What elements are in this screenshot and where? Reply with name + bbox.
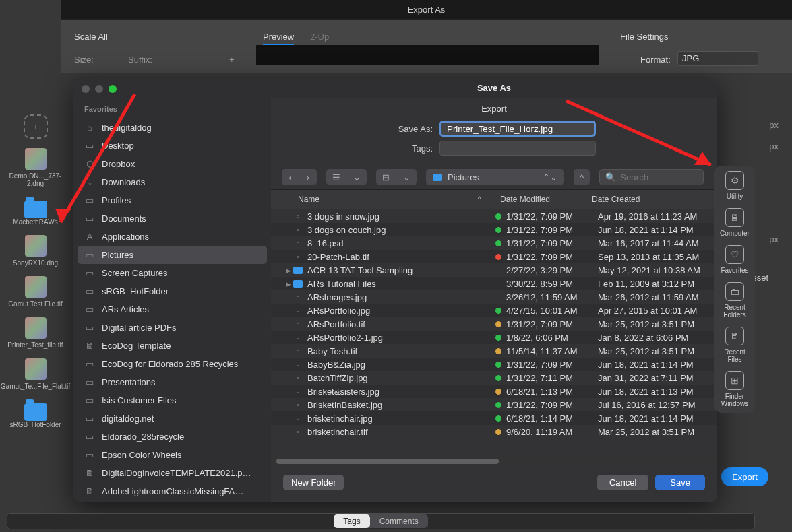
save-button[interactable]: Save — [655, 475, 705, 490]
file-name: BabyB&Zia.jpg — [305, 360, 490, 370]
export-section-label: Export — [271, 98, 717, 115]
df-item[interactable]: ⊞Finder Windows — [714, 371, 755, 407]
horizontal-scrollbar[interactable] — [271, 457, 717, 465]
sidebar-item[interactable]: ▭Digital article PDFs — [73, 319, 271, 337]
desktop-item[interactable]: Demo DN..._737-2.dng — [2, 148, 69, 187]
sidebar-item[interactable]: ⌂thedigitaldog — [73, 119, 271, 137]
file-row[interactable]: ▫BabyB&Zia.jpg1/31/22, 7:09 PMJun 18, 20… — [271, 358, 717, 371]
date-modified: 2/27/22, 3:29 PM — [506, 265, 598, 275]
resize-grip-icon[interactable]: ⌄ — [271, 496, 717, 502]
desktop-item[interactable]: + — [2, 114, 69, 139]
sidebar-item[interactable]: ▭Documents — [73, 209, 271, 228]
file-row[interactable]: ▫Baby Tosh.tif11/5/14, 11:37 AMMar 25, 2… — [271, 344, 717, 358]
grid-view-icon[interactable]: ⊞ — [376, 169, 396, 185]
sidebar-item[interactable]: ▭Epson Color Wheels — [73, 446, 271, 464]
col-date-modified[interactable]: Date Modified — [493, 190, 585, 209]
desktop-item[interactable]: sRGB_HotFolder — [2, 399, 69, 428]
tags-tab[interactable]: Tags — [334, 514, 369, 528]
sidebar-item[interactable]: 🗎EcoDog Template — [73, 337, 271, 355]
col-date-created[interactable]: Date Created — [585, 190, 717, 209]
desktop-item[interactable]: SonyRX10.dng — [2, 235, 69, 267]
df-item-icon: 🖥 — [725, 208, 744, 227]
sidebar-item[interactable]: ▭Presentations — [73, 373, 271, 391]
grid-view-chevron-icon[interactable]: ⌄ — [396, 169, 417, 185]
file-row[interactable]: ▫ARsPortfolio.jpg4/27/15, 10:01 AMApr 27… — [271, 304, 717, 317]
file-row[interactable]: ▫8_16.psd1/31/22, 7:09 PMMar 16, 2017 at… — [271, 236, 717, 250]
search-field[interactable]: 🔍 — [599, 169, 704, 185]
df-item[interactable]: 🖥Computer — [717, 208, 752, 237]
sidebar-item[interactable]: ▭Isis Customer Files — [73, 391, 271, 409]
two-up-tab[interactable]: 2-Up — [310, 32, 329, 42]
file-row[interactable]: ▫3 dogs on couch.jpg1/31/22, 7:09 PMJun … — [271, 223, 717, 236]
date-modified: 1/31/22, 7:09 PM — [506, 319, 598, 329]
close-window-icon[interactable] — [82, 85, 90, 93]
df-item[interactable]: ⚙Utility — [723, 171, 747, 200]
desktop-item[interactable]: Gamut Test File.tif — [2, 276, 69, 308]
cancel-button[interactable]: Cancel — [597, 475, 648, 490]
filename-input[interactable] — [439, 121, 596, 137]
df-item-icon: ♡ — [725, 245, 744, 264]
list-view-icon[interactable]: ☰ — [326, 169, 346, 185]
sidebar-item[interactable]: AApplications — [73, 228, 271, 246]
df-item[interactable]: ♡Favorites — [718, 245, 751, 274]
search-input[interactable] — [620, 172, 698, 182]
sidebar-item[interactable]: ▭Pictures — [78, 246, 267, 264]
desktop-item-label: Demo DN..._737-2.dng — [2, 172, 69, 187]
sidebar-item[interactable]: ⬡Dropbox — [73, 155, 271, 173]
desktop-item[interactable]: Gamut_Te...File_Flat.tif — [2, 358, 69, 390]
disclosure-icon[interactable]: ▸ — [284, 279, 291, 289]
collapse-button[interactable]: ^ — [574, 169, 590, 185]
file-row[interactable]: ▫ARsPortfolio.tif1/31/22, 7:09 PMMar 25,… — [271, 317, 717, 331]
desktop-item[interactable]: MacbethRAWs — [2, 197, 69, 226]
desktop-item-label: Gamut_Te...File_Flat.tif — [1, 383, 70, 390]
col-name[interactable]: Name^ — [271, 190, 493, 209]
file-row[interactable]: ▸ACR 13 TAT Tool Sampling2/27/22, 3:29 P… — [271, 263, 717, 277]
disclosure-icon[interactable]: ▸ — [284, 265, 291, 275]
sidebar-item-label: Screen Captures — [102, 268, 168, 278]
date-modified: 4/27/15, 10:01 AM — [506, 306, 598, 316]
comments-tab[interactable]: Comments — [370, 514, 428, 528]
tag-dot — [490, 321, 506, 327]
zoom-window-icon[interactable] — [109, 85, 117, 93]
export-button[interactable]: Export — [721, 467, 768, 486]
file-row[interactable]: ▫ARsPortfolio2-1.jpg1/8/22, 6:06 PMJan 8… — [271, 331, 717, 344]
date-created: Jun 18, 2021 at 1:14 PM — [598, 360, 717, 370]
df-item[interactable]: 🗎Recent Files — [714, 327, 755, 363]
sidebar-item[interactable]: 🗎AdobeLightroomClassicMissingFA… — [73, 482, 271, 500]
file-row[interactable]: ▫brisketinchair.jpg6/18/21, 1:14 PMJun 1… — [271, 411, 717, 425]
sidebar-item[interactable]: ▭Eldorado_285recycle — [73, 428, 271, 446]
new-folder-button[interactable]: New Folder — [283, 475, 344, 490]
sidebar-item[interactable]: ▭Screen Captures — [73, 264, 271, 282]
file-row[interactable]: ▫Brisket&sisters.jpg6/18/21, 1:13 PMJun … — [271, 385, 717, 398]
sidebar-item[interactable]: ⤓Downloads — [73, 173, 271, 191]
forward-button[interactable]: › — [299, 169, 317, 185]
desktop-item[interactable]: Printer_Test_file.tif — [2, 317, 69, 349]
file-row[interactable]: ▫brisketinchair.tif9/6/20, 11:19 AMMar 2… — [271, 425, 717, 438]
file-row[interactable]: ▫20-Patch-Lab.tif1/31/22, 7:09 PMSep 13,… — [271, 250, 717, 263]
sidebar-item[interactable]: ▭sRGB_HotFolder — [73, 282, 271, 300]
file-row[interactable]: ▸ARs Tutorial Files3/30/22, 8:59 PMFeb 1… — [271, 277, 717, 290]
list-view-chevron-icon[interactable]: ⌄ — [346, 169, 367, 185]
file-row[interactable]: ▫BatchTiffZip.jpg1/31/22, 7:11 PMJan 31,… — [271, 371, 717, 385]
file-row[interactable]: ▫3 dogs in snow.jpg1/31/22, 7:09 PMApr 1… — [271, 209, 717, 223]
format-select[interactable]: JPG — [677, 51, 758, 66]
sidebar-item[interactable]: ▭EcoDog for Eldorado 285 Recycles — [73, 355, 271, 373]
sidebar-item[interactable]: ▭digitaldog.net — [73, 409, 271, 428]
add-size-button[interactable]: + — [229, 55, 235, 65]
back-button[interactable]: ‹ — [282, 169, 299, 185]
file-row[interactable]: ▫ARsImages.jpg3/26/12, 11:59 AMMar 26, 2… — [271, 290, 717, 304]
sidebar-item[interactable]: ▭Desktop — [73, 137, 271, 155]
tags-input[interactable] — [439, 141, 596, 156]
path-popup[interactable]: Pictures ⌃⌄ — [426, 169, 564, 185]
sidebar-item-label: DigitalDogInvoiceTEMPLATE2021.p… — [102, 468, 251, 478]
preview-area — [256, 45, 599, 65]
sidebar-item[interactable]: 🗎DigitalDogInvoiceTEMPLATE2021.p… — [73, 464, 271, 482]
sidebar-item[interactable]: ▭Profiles — [73, 191, 271, 209]
file-name: ARsPortfolio2-1.jpg — [305, 333, 490, 343]
file-row[interactable]: ▫BrisketInBasket.jpg1/31/22, 7:09 PMJul … — [271, 398, 717, 411]
preview-tab[interactable]: Preview — [263, 32, 294, 46]
sidebar-item[interactable]: ▭ARs Articles — [73, 300, 271, 319]
sidebar-item-icon: ▭ — [84, 141, 95, 151]
minimize-window-icon[interactable] — [95, 85, 103, 93]
df-item[interactable]: 🗀Recent Folders — [714, 282, 755, 319]
